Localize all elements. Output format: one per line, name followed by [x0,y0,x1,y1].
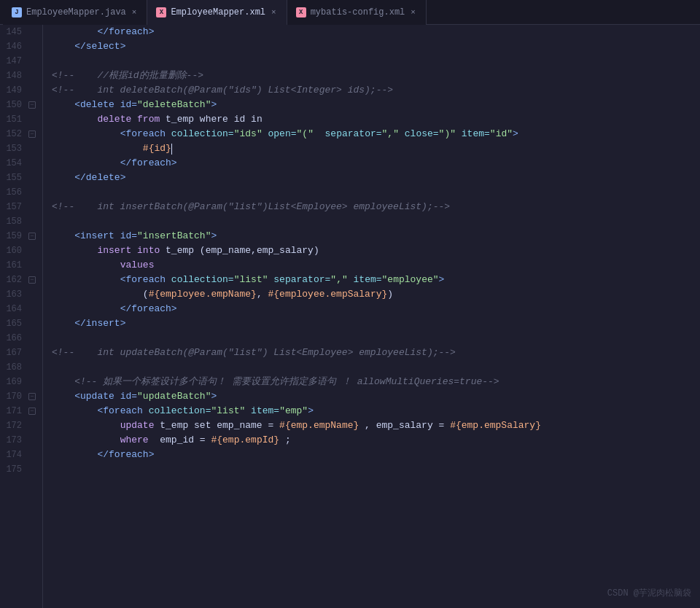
code-line: </foreach> [52,302,700,316]
gutter-row: 158 [0,214,36,229]
tab-label: mybatis-config.xml [311,7,405,17]
gutter-row: 161 [0,258,36,273]
line-number: 167 [0,348,28,358]
line-number: 174 [0,450,28,460]
line-number: 159 [0,231,28,241]
code-line: <foreach collection="list" separator=","… [52,273,700,287]
fold-button[interactable]: − [28,276,36,284]
line-number: 152 [0,129,28,139]
line-number: 165 [0,319,28,329]
gutter-row: 154 [0,156,36,171]
code-line: <foreach collection="ids" open="(" separ… [52,127,700,141]
tab-label: EmployeeMapper.java [26,7,126,17]
code-line [52,462,700,477]
gutter-row: 153 [0,141,36,156]
fold-gutter: − [28,276,36,284]
gutter-row: 162− [0,273,36,287]
line-number: 175 [0,464,28,475]
fold-gutter: − [28,101,36,109]
tab-label: EmployeeMapper.xml [171,7,265,17]
code-line [52,331,700,346]
fold-button[interactable]: − [28,393,36,400]
gutter-row: 146 [0,39,36,54]
gutter-row: 150− [0,98,36,112]
code-line: <!-- //根据id的批量删除--> [52,69,700,83]
code-line [52,185,700,200]
code-line: </insert> [52,316,700,331]
gutter-row: 174 [0,448,36,462]
gutter-row: 165 [0,316,36,331]
gutter-row: 160 [0,243,36,258]
gutter-row: 156 [0,185,36,200]
code-area: </foreach> </select><!-- //根据id的批量删除--><… [43,25,700,608]
text-cursor [171,144,172,155]
line-number: 164 [0,304,28,314]
line-number: 170 [0,391,28,402]
line-number: 148 [0,71,28,81]
tab-bar: JEmployeeMapper.java×XEmployeeMapper.xml… [0,0,700,25]
code-line: </delete> [52,171,700,185]
line-number: 150 [0,100,28,110]
gutter-row: 169 [0,375,36,389]
code-line: <!-- int updateBatch(@Param("list") List… [52,346,700,360]
code-line: <!-- int deleteBatch(@Param("ids") List<… [52,83,700,98]
line-number: 172 [0,421,28,431]
line-number: 163 [0,289,28,300]
code-line: where emp_id = #{emp.empId} ; [52,433,700,448]
gutter-row: 151 [0,112,36,127]
fold-button[interactable]: − [28,101,36,109]
code-line: delete from t_emp where id in [52,112,700,127]
line-number: 169 [0,377,28,387]
fold-button[interactable]: − [28,130,36,138]
gutter-row: 171− [0,404,36,418]
fold-gutter: − [28,408,36,415]
tab-xml[interactable]: XEmployeeMapper.xml× [147,0,287,25]
gutter-row: 166 [0,331,36,346]
line-number: 162 [0,275,28,285]
line-number: 156 [0,187,28,198]
code-line [52,54,700,69]
code-line: <foreach collection="list" item="emp"> [52,404,700,418]
tab-close-button[interactable]: × [270,7,278,18]
tab-config[interactable]: Xmybatis-config.xml× [287,0,427,25]
tab-java[interactable]: JEmployeeMapper.java× [3,0,147,25]
line-number: 155 [0,173,28,183]
gutter-row: 148 [0,69,36,83]
code-line: </foreach> [52,448,700,462]
gutter-row: 145 [0,25,36,39]
fold-button[interactable]: − [28,408,36,415]
tab-close-button[interactable]: × [131,7,139,18]
line-number: 147 [0,56,28,66]
code-line: <insert id="insertBatch"> [52,229,700,243]
line-number: 146 [0,42,28,52]
code-line: </foreach> [52,156,700,171]
code-line: <update id="updateBatch"> [52,389,700,404]
code-line [52,360,700,375]
line-number: 158 [0,217,28,227]
gutter-row: 170− [0,389,36,404]
gutter-row: 159− [0,229,36,243]
code-line: <delete id="deleteBatch"> [52,98,700,112]
gutter-row: 155 [0,171,36,185]
fold-gutter: − [28,393,36,400]
code-line: </select> [52,39,700,54]
line-number: 166 [0,333,28,343]
fold-button[interactable]: − [28,233,36,240]
xml-icon: X [296,7,306,17]
watermark: CSDN @芋泥肉松脑袋 [607,587,691,599]
java-icon: J [12,7,22,17]
code-line: update t_emp set emp_name = #{emp.empNam… [52,418,700,433]
line-number: 160 [0,246,28,256]
gutter-row: 164 [0,302,36,316]
line-number: 173 [0,435,28,445]
tab-close-button[interactable]: × [409,7,417,18]
line-number: 154 [0,158,28,168]
line-number: 161 [0,260,28,270]
code-line: </foreach> [52,25,700,39]
gutter-row: 163 [0,287,36,302]
line-number-gutter: 145146147148149150−151152−15315415515615… [0,25,43,608]
gutter-row: 172 [0,418,36,433]
line-number: 145 [0,27,28,37]
code-line: insert into t_emp (emp_name,emp_salary) [52,243,700,258]
code-line: (#{employee.empName}, #{employee.empSala… [52,287,700,302]
